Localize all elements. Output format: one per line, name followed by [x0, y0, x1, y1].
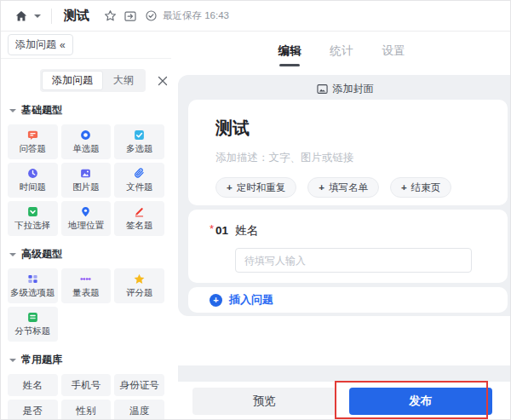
qtype-scale-button[interactable]: 量表题	[61, 268, 112, 303]
question-type-label: 多选题	[126, 143, 153, 155]
radio-icon	[80, 129, 91, 141]
collapse-panel-button[interactable]: 添加问题 «	[8, 34, 73, 55]
form-title[interactable]: 测试	[215, 117, 480, 140]
canvas-bottom-band	[178, 365, 511, 382]
section-basic-header[interactable]: 基础题型	[9, 103, 163, 118]
answer-input[interactable]	[235, 248, 472, 273]
home-icon[interactable]	[11, 6, 32, 26]
library-item-button[interactable]: 手机号	[61, 374, 112, 396]
section-library-header[interactable]: 常用题库	[9, 353, 163, 367]
panel-toggle-label: 添加问题	[15, 37, 56, 52]
form-canvas: 添加封面 测试 添加描述：文字、图片或链接 + 定时和重复 + 填写名单 +	[178, 75, 511, 316]
star-icon[interactable]	[100, 6, 120, 26]
qtype-star-button[interactable]: 评分题	[114, 268, 164, 303]
scale-icon	[80, 273, 91, 285]
question-type-label: 图片题	[72, 181, 100, 193]
publish-button[interactable]: 发布	[349, 388, 493, 415]
plus-icon: +	[227, 182, 233, 193]
section-advanced: 高级题型 多级选项题量表题评分题分节标题	[1, 247, 171, 342]
section-basic: 基础题型 问答题单选题多选题时间题图片题文件题下拉选择地理位置签名题	[1, 103, 171, 236]
qtype-pin-button[interactable]: 地理位置	[61, 201, 112, 236]
image-icon	[80, 168, 91, 179]
caret-down-icon	[9, 253, 16, 256]
topbar: 测试 最近保存 16:43	[1, 1, 510, 32]
footer-bar: 预览 发布	[171, 382, 511, 420]
question-type-label: 评分题	[126, 287, 153, 299]
sidebar-tabs-row: 添加问题 大纲	[40, 69, 164, 92]
tab-statistics[interactable]: 统计	[330, 40, 353, 66]
question-type-label: 文件题	[126, 181, 153, 193]
qtype-checkbox-button[interactable]: 多选题	[114, 124, 164, 159]
add-cover-button[interactable]: 添加封面	[178, 79, 511, 98]
qtype-image-button[interactable]: 图片题	[61, 163, 112, 198]
question-type-label: 时间题	[20, 181, 47, 193]
question-type-label: 签名题	[126, 220, 153, 232]
sidebar-tab-switch: 添加问题 大纲	[40, 69, 146, 92]
caret-down-icon	[9, 109, 16, 112]
question-header: * 01 姓名	[210, 223, 508, 239]
question-type-label: 下拉选择	[14, 220, 50, 232]
chevron-down-icon	[34, 14, 41, 18]
section-library: 常用题库 姓名手机号身份证号是否性别温度年龄出生年月体重	[1, 353, 171, 420]
library-question-grid: 姓名手机号身份证号是否性别温度年龄出生年月体重	[8, 374, 164, 420]
preview-button[interactable]: 预览	[192, 388, 336, 415]
plus-circle-icon: +	[210, 294, 222, 307]
question-title[interactable]: 姓名	[235, 223, 258, 239]
library-item-button[interactable]: 是否	[8, 400, 58, 420]
document-title[interactable]: 测试	[64, 8, 89, 24]
library-item-button[interactable]: 身份证号	[114, 374, 164, 396]
insert-question-button[interactable]: + 插入问题	[188, 287, 508, 313]
advanced-question-grid: 多级选项题量表题评分题分节标题	[8, 268, 164, 342]
panel-toggle-row: 添加问题 «	[1, 32, 171, 59]
qtype-section-button[interactable]: 分节标题	[8, 307, 58, 342]
library-item-button[interactable]: 温度	[114, 400, 164, 420]
qtype-qa-chat-button[interactable]: 问答题	[8, 124, 58, 159]
tab-edit[interactable]: 编辑	[278, 40, 301, 66]
dropdown-icon	[27, 206, 38, 217]
plus-icon: +	[319, 182, 324, 193]
plus-icon: +	[401, 182, 407, 193]
tab-add-question[interactable]: 添加问题	[42, 71, 103, 90]
form-builder-app: 测试 最近保存 16:43 添加问题 « 添加问题 大纲	[0, 0, 511, 420]
saved-status: 最近保存 16:43	[163, 9, 229, 22]
qa-chat-icon	[27, 129, 38, 141]
section-advanced-header[interactable]: 高级题型	[9, 247, 163, 262]
end-page-button[interactable]: + 结束页	[390, 177, 451, 198]
form-option-pills: + 定时和重复 + 填写名单 + 结束页	[215, 177, 480, 198]
cascade-icon	[27, 273, 38, 285]
question-type-label: 多级选项题	[10, 287, 55, 299]
qtype-signature-button[interactable]: 签名题	[114, 201, 164, 236]
caret-down-icon	[9, 359, 16, 362]
pin-icon	[80, 206, 91, 217]
question-type-label: 量表题	[72, 287, 100, 299]
main-area: 编辑 统计 设置 添加封面 测试 添加描述：文字、图片或链接 + 定时和重复 +	[171, 32, 511, 420]
home-menu[interactable]	[11, 6, 41, 26]
tab-settings[interactable]: 设置	[382, 40, 405, 66]
qtype-paperclip-button[interactable]: 文件题	[114, 163, 164, 198]
qtype-cascade-button[interactable]: 多级选项题	[8, 268, 58, 303]
collapse-chevron-icon: «	[60, 39, 66, 51]
saved-check-icon	[141, 6, 161, 26]
question-card[interactable]: * 01 姓名	[188, 210, 508, 283]
question-number: 01	[215, 224, 228, 237]
star-icon	[134, 273, 145, 285]
library-item-button[interactable]: 姓名	[8, 374, 58, 396]
qtype-dropdown-button[interactable]: 下拉选择	[8, 201, 58, 236]
qtype-radio-button[interactable]: 单选题	[61, 124, 112, 159]
cover-image-icon	[317, 83, 328, 95]
tab-outline[interactable]: 大纲	[103, 71, 144, 90]
question-type-sidebar: 添加问题 « 添加问题 大纲 基础题型 问答题单选题多选题时间题图片题文件题下拉…	[1, 32, 171, 420]
schedule-repeat-button[interactable]: + 定时和重复	[215, 177, 296, 198]
form-description-placeholder[interactable]: 添加描述：文字、图片或链接	[215, 151, 480, 165]
move-to-folder-icon[interactable]	[120, 6, 141, 26]
library-item-button[interactable]: 性别	[61, 400, 112, 420]
signature-icon	[134, 206, 145, 217]
qtype-clock-button[interactable]: 时间题	[8, 163, 58, 198]
section-icon	[27, 312, 38, 323]
main-tabbar: 编辑 统计 设置	[171, 32, 511, 75]
close-icon[interactable]	[158, 76, 168, 86]
question-type-label: 问答题	[20, 143, 47, 155]
respondent-list-button[interactable]: + 填写名单	[307, 177, 379, 198]
form-header-card: 测试 添加描述：文字、图片或链接 + 定时和重复 + 填写名单 + 结束页	[188, 100, 508, 205]
required-asterisk: *	[210, 222, 214, 235]
